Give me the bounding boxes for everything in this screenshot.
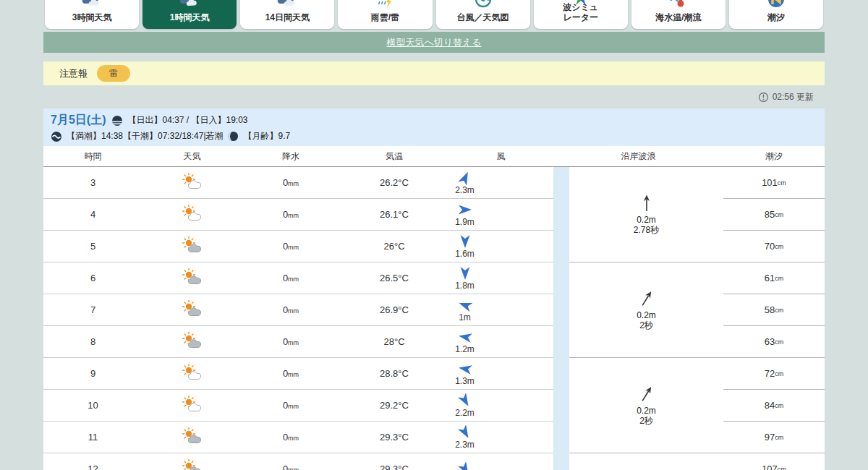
wave-direction-icon bbox=[637, 289, 656, 310]
weather-cell bbox=[142, 427, 242, 448]
tab-5[interactable]: 台風／天気図 bbox=[436, 0, 530, 29]
tide-cell: 70cm bbox=[723, 231, 825, 262]
column-header: 風 bbox=[448, 150, 553, 163]
wave-direction-icon bbox=[637, 385, 656, 406]
tide-cell: 84cm bbox=[723, 390, 825, 422]
hour-cell: 7 bbox=[43, 304, 142, 315]
table-divider-strip bbox=[553, 167, 569, 470]
tab-label: 雨雲/雷 bbox=[338, 13, 432, 23]
table-row: 90mm28.8°C1.3m bbox=[43, 358, 553, 390]
sun-cloud-icon bbox=[182, 332, 203, 352]
tide-value: 97 bbox=[765, 432, 775, 443]
update-time: 02:56 更新 bbox=[773, 91, 814, 103]
wave-period: 2秒 bbox=[639, 416, 653, 426]
tab-8[interactable]: 潮汐 bbox=[729, 0, 823, 29]
wind-cell: 2.3m bbox=[448, 171, 553, 195]
tab-7[interactable]: 海水温/潮流 bbox=[631, 0, 726, 29]
wind-speed: 1.9m bbox=[455, 217, 475, 227]
table-row: 120mm29.3°C bbox=[43, 453, 553, 470]
wind-cell: 1.6m bbox=[448, 234, 553, 259]
hourly-rows: 30mm26.2°C2.3m40mm26.1°C1.9m50mm26°C1.6m… bbox=[43, 167, 553, 470]
tide-cell: 101cm bbox=[723, 167, 825, 199]
tide-cell: 107cm bbox=[723, 453, 825, 470]
tide-cell: 58cm bbox=[723, 294, 825, 326]
sun-cloud-icon bbox=[182, 459, 203, 470]
tide-value: 101 bbox=[762, 177, 778, 188]
precip-cell: 0mm bbox=[242, 336, 340, 347]
wind-cell: 1.3m bbox=[448, 362, 553, 386]
tide-unit: cm bbox=[775, 243, 783, 250]
column-header: 天気 bbox=[142, 150, 242, 163]
sun-cloud-icon bbox=[182, 268, 203, 289]
temp-cell: 26.5°C bbox=[340, 273, 448, 283]
sun-cloud-icon bbox=[182, 205, 203, 225]
table-row: 60mm26.5°C1.8m bbox=[43, 262, 553, 294]
tab-6[interactable]: 波シミュ レーター bbox=[534, 0, 628, 29]
weather-cell bbox=[142, 459, 242, 470]
temp-cell: 26.1°C bbox=[340, 209, 448, 220]
tide-cell: 72cm bbox=[723, 358, 825, 390]
typhoon-icon bbox=[473, 0, 493, 9]
wind-speed: 2.2m bbox=[455, 408, 475, 418]
sun-cloud-icon bbox=[182, 173, 203, 193]
tide-unit: cm bbox=[775, 211, 783, 218]
date-title: 7月5日(土) bbox=[51, 113, 106, 128]
temp-cell: 29.3°C bbox=[340, 432, 448, 443]
tide-value: 70 bbox=[765, 241, 775, 252]
precip-unit: mm bbox=[288, 371, 299, 378]
tab-label: 台風／天気図 bbox=[436, 13, 530, 23]
tide-cell: 97cm bbox=[723, 422, 825, 453]
wind-speed: 1.8m bbox=[455, 281, 475, 291]
sun-cloud-icon bbox=[182, 300, 203, 320]
temp-cell: 26°C bbox=[340, 241, 448, 252]
advisory-badge-thunder[interactable]: 雷 bbox=[97, 65, 130, 82]
weather-icon bbox=[179, 0, 200, 9]
weather-cell bbox=[142, 300, 242, 320]
tide-times: 【満潮】14:38【干潮】07:32/18:47|若潮 bbox=[67, 130, 224, 142]
hour-cell: 10 bbox=[43, 400, 142, 411]
hour-cell: 4 bbox=[43, 209, 142, 220]
table-row: 40mm26.1°C1.9m bbox=[43, 199, 553, 231]
precip-cell: 0mm bbox=[242, 368, 340, 379]
column-header: 降水 bbox=[242, 150, 340, 163]
tab-2[interactable]: 1時間天気 bbox=[142, 0, 237, 29]
weather-cell bbox=[142, 396, 242, 416]
tide-value: 58 bbox=[765, 304, 775, 315]
tab-3[interactable]: 14日間天気 bbox=[240, 0, 334, 29]
hourly-weather-table: 時間天気降水気温風沿岸波浪潮汐 30mm26.2°C2.3m40mm26.1°C… bbox=[43, 146, 825, 470]
weather-cell bbox=[142, 268, 242, 289]
wind-speed: 1.3m bbox=[455, 376, 475, 386]
hour-cell: 11 bbox=[43, 432, 142, 443]
temp-cell: 26.9°C bbox=[340, 304, 448, 315]
weather-cell bbox=[142, 332, 242, 352]
tab-label: 1時間天気 bbox=[142, 13, 237, 23]
tab-1[interactable]: 3時間天気 bbox=[45, 0, 139, 29]
precip-unit: mm bbox=[288, 435, 299, 442]
weather-cell bbox=[142, 173, 242, 193]
hour-cell: 9 bbox=[43, 368, 142, 379]
tide-unit: cm bbox=[775, 370, 783, 377]
precip-unit: mm bbox=[288, 244, 299, 251]
info-icon[interactable] bbox=[758, 92, 769, 103]
date-header-line1: 7月5日(土) 【日出】04:37 / 【日入】19:03 bbox=[51, 113, 825, 128]
weather-icon bbox=[277, 0, 297, 9]
tide-value: 72 bbox=[765, 368, 775, 379]
wind-speed: 2.3m bbox=[455, 185, 475, 195]
temp-cell: 28°C bbox=[340, 336, 448, 347]
weather-cell bbox=[142, 205, 242, 225]
column-header: 潮汐 bbox=[723, 150, 825, 163]
wind-direction-icon bbox=[458, 462, 472, 470]
tide-value: 61 bbox=[765, 273, 775, 283]
tab-4[interactable]: 雨雲/雷 bbox=[338, 0, 432, 29]
wind-cell bbox=[448, 462, 553, 470]
wave-group-cell: 0.2m2秒 bbox=[569, 358, 723, 453]
wave-period: 2秒 bbox=[639, 320, 653, 330]
precip-cell: 0mm bbox=[242, 241, 340, 252]
tide-unit: cm bbox=[775, 402, 783, 409]
precip-unit: mm bbox=[288, 180, 299, 187]
rain-lightning-icon bbox=[375, 0, 395, 9]
tide-unit: cm bbox=[775, 434, 783, 441]
precip-unit: mm bbox=[288, 466, 299, 470]
tide-value: 63 bbox=[765, 336, 775, 347]
switch-horizontal-link[interactable]: 横型天気へ切り替える bbox=[386, 36, 481, 49]
